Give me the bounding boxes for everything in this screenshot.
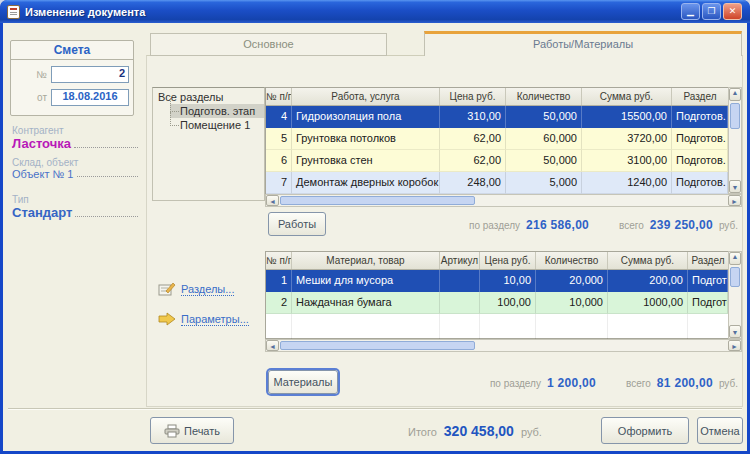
parameters-link[interactable]: Параметры... xyxy=(158,312,249,327)
materials-vscroll-thumb[interactable] xyxy=(730,267,740,287)
column-header[interactable]: Артикул xyxy=(440,252,480,269)
sections-tree: Все разделы Подготов. этапПомещение 1 xyxy=(152,87,265,201)
table-cell: Демонтаж дверных коробок xyxy=(292,172,440,194)
column-header[interactable]: Сумма руб. xyxy=(582,88,672,105)
table-cell: 1000,00 xyxy=(608,292,688,314)
works-hscrollbar[interactable]: ◄ ► xyxy=(265,194,742,207)
works-vscrollbar[interactable]: ▲ ▼ xyxy=(728,87,742,194)
table-cell: 4 xyxy=(266,106,292,128)
table-cell: 62,00 xyxy=(440,128,506,150)
currency-label: руб. xyxy=(719,220,738,231)
table-cell: 310,00 xyxy=(440,106,506,128)
table-cell: 100,00 xyxy=(480,292,536,314)
works-total-value: 239 250,00 xyxy=(650,218,713,232)
scroll-down-icon[interactable]: ▼ xyxy=(729,325,741,338)
materials-hscrollbar[interactable]: ◄ ► xyxy=(265,339,742,352)
table-cell: Подготов. этап xyxy=(688,270,728,292)
column-header[interactable]: Цена руб. xyxy=(480,252,536,269)
cancel-button[interactable]: Отмена xyxy=(697,417,743,444)
print-button-label: Печать xyxy=(184,425,220,437)
works-vscroll-thumb[interactable] xyxy=(730,103,740,129)
column-header[interactable]: Цена руб. xyxy=(440,88,506,105)
sections-link[interactable]: Разделы... xyxy=(158,282,234,297)
table-cell: Подготов. этап xyxy=(688,292,728,314)
grand-total-label: Итого xyxy=(408,426,437,438)
maximize-button[interactable]: ❐ xyxy=(702,3,721,20)
scroll-left-icon[interactable]: ◄ xyxy=(266,195,279,206)
counterparty-label: Контрагент xyxy=(12,125,138,136)
table-row[interactable]: 6Грунтовка стен62,0050,0003100,00Подгото… xyxy=(266,150,728,172)
column-header[interactable]: Раздел xyxy=(688,252,728,269)
close-button[interactable]: ✕ xyxy=(723,3,742,20)
dotted-filler xyxy=(77,176,139,177)
materials-total-value: 81 200,00 xyxy=(657,376,713,390)
table-cell: 1 xyxy=(266,270,292,292)
table-cell: Подготов. этап xyxy=(672,128,728,150)
type-value[interactable]: Стандарт xyxy=(12,205,72,220)
scroll-left-icon[interactable]: ◄ xyxy=(266,340,279,351)
warehouse-value[interactable]: Объект № 1 xyxy=(12,168,74,180)
column-header[interactable]: Раздел xyxy=(672,88,728,105)
table-cell: Подготов. этап xyxy=(672,106,728,128)
dotted-filler xyxy=(74,147,138,148)
table-row[interactable]: 5Грунтовка потолков62,0060,0003720,00Под… xyxy=(266,128,728,150)
column-header[interactable]: № п/п xyxy=(266,252,292,269)
column-header[interactable]: Работа, услуга xyxy=(292,88,440,105)
warehouse-field: Склад, объект Объект № 1 xyxy=(12,157,138,180)
works-totals: по разделу 216 586,00 всего 239 250,00 р… xyxy=(469,218,738,232)
table-cell: 6 xyxy=(266,150,292,172)
materials-totals: по разделу 1 200,00 всего 81 200,00 руб. xyxy=(490,376,738,390)
titlebar[interactable]: Изменение документа ▁ ❐ ✕ xyxy=(0,0,750,23)
table-row[interactable]: 4Гидроизоляция пола310,0050,00015500,00П… xyxy=(266,106,728,128)
materials-hscroll-thumb[interactable] xyxy=(280,341,475,350)
counterparty-field: Контрагент Ласточка xyxy=(12,125,138,151)
by-section-label: по разделу xyxy=(469,220,520,231)
submit-button[interactable]: Оформить xyxy=(601,417,689,444)
table-cell xyxy=(440,292,480,314)
table-cell: Наждачная бумага xyxy=(292,292,440,314)
scroll-right-icon[interactable]: ► xyxy=(728,195,741,206)
works-table-header: № п/пРабота, услугаЦена руб.КоличествоСу… xyxy=(266,88,728,106)
table-cell: 1240,00 xyxy=(582,172,672,194)
table-row[interactable]: 7Демонтаж дверных коробок248,005,0001240… xyxy=(266,172,728,194)
date-input[interactable]: 18.08.2016 xyxy=(51,89,129,106)
scroll-right-icon[interactable]: ► xyxy=(728,340,741,351)
column-header[interactable]: Количество xyxy=(506,88,582,105)
scroll-up-icon[interactable]: ▲ xyxy=(729,88,741,101)
table-cell: 50,000 xyxy=(506,150,582,172)
scroll-down-icon[interactable]: ▼ xyxy=(729,180,741,193)
table-cell: 3720,00 xyxy=(582,128,672,150)
table-row[interactable]: 2Наждачная бумага100,0010,0001000,00Подг… xyxy=(266,292,728,314)
parameters-link-label: Параметры... xyxy=(181,313,249,326)
table-cell: Грунтовка стен xyxy=(292,150,440,172)
works-by-section-value: 216 586,00 xyxy=(526,218,589,232)
materials-button[interactable]: Материалы xyxy=(268,370,338,394)
column-header[interactable]: № п/п xyxy=(266,88,292,105)
table-cell: Грунтовка потолков xyxy=(292,128,440,150)
table-cell: 60,000 xyxy=(506,128,582,150)
minimize-button[interactable]: ▁ xyxy=(681,3,700,20)
column-header[interactable]: Сумма руб. xyxy=(608,252,688,269)
document-icon xyxy=(7,5,20,19)
tab-works-materials[interactable]: Работы/Материалы xyxy=(424,31,742,56)
type-label: Тип xyxy=(12,194,138,205)
total-label: всего xyxy=(619,220,644,231)
column-header[interactable]: Материал, товар xyxy=(292,252,440,269)
table-cell: 62,00 xyxy=(440,150,506,172)
print-button[interactable]: Печать xyxy=(150,417,234,444)
tab-basic[interactable]: Основное xyxy=(150,33,387,56)
sections-link-label: Разделы... xyxy=(181,283,234,296)
tree-item[interactable]: Помещение 1 xyxy=(170,118,264,132)
scroll-up-icon[interactable]: ▲ xyxy=(729,252,741,265)
table-row[interactable]: 1Мешки для мусора10,0020,000200,00Подгот… xyxy=(266,270,728,292)
table-cell: 15500,00 xyxy=(582,106,672,128)
footer-separator xyxy=(8,408,742,410)
works-hscroll-thumb[interactable] xyxy=(280,196,475,205)
counterparty-value[interactable]: Ласточка xyxy=(12,136,71,151)
column-header[interactable]: Количество xyxy=(536,252,608,269)
tree-item[interactable]: Подготов. этап xyxy=(170,104,264,118)
type-field: Тип Стандарт xyxy=(12,194,138,220)
works-button[interactable]: Работы xyxy=(268,212,326,236)
materials-vscrollbar[interactable]: ▲ ▼ xyxy=(728,251,742,339)
number-input[interactable]: 2 xyxy=(51,66,129,83)
